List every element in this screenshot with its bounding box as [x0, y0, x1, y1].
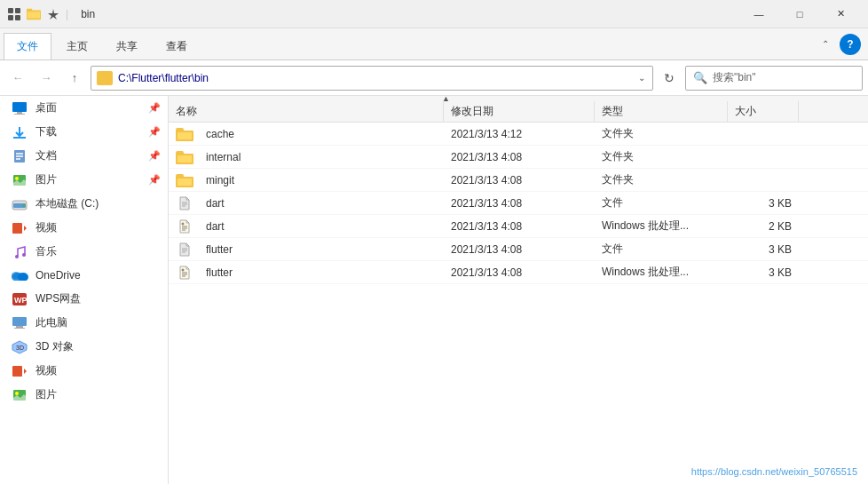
file-date: 2021/3/13 4:08: [444, 261, 595, 283]
address-text: C:\Flutter\flutter\bin: [118, 72, 631, 84]
forward-button[interactable]: →: [34, 66, 59, 91]
back-button[interactable]: ←: [5, 66, 30, 91]
sidebar-pin-doc: 📌: [148, 150, 161, 162]
file-date: 2021/3/13 4:08: [444, 238, 595, 260]
folder-icon: [176, 173, 193, 187]
file-name: dart: [169, 215, 444, 237]
file-name: flutter: [169, 261, 444, 283]
file-type: 文件夹: [595, 169, 728, 191]
svg-text:3D: 3D: [16, 345, 24, 351]
up-button[interactable]: ↑: [62, 66, 87, 91]
batch-icon: [176, 264, 193, 282]
svg-point-23: [15, 255, 19, 258]
ribbon-collapse-button[interactable]: ⌃: [815, 36, 836, 52]
maximize-button[interactable]: □: [779, 0, 820, 28]
table-row[interactable]: flutter 2021/3/13 4:08 Windows 批处理... 3 …: [169, 261, 868, 284]
sort-size[interactable]: 大小: [728, 101, 799, 122]
svg-rect-11: [13, 137, 26, 139]
sidebar-item-video[interactable]: 视频: [0, 216, 168, 240]
wps-icon: WPS: [11, 292, 28, 306]
file-type: 文件: [595, 192, 728, 214]
folder-icon: [176, 127, 193, 141]
svg-rect-5: [27, 9, 32, 12]
svg-rect-31: [16, 326, 23, 328]
table-row[interactable]: mingit 2021/3/13 4:08 文件夹: [169, 169, 868, 192]
minimize-button[interactable]: —: [738, 0, 779, 28]
sidebar-item-download[interactable]: 下载 📌: [0, 120, 168, 144]
address-bar[interactable]: C:\Flutter\flutter\bin ⌄: [91, 66, 653, 91]
svg-rect-32: [14, 328, 25, 329]
tab-file[interactable]: 文件: [4, 33, 51, 60]
refresh-button[interactable]: ↻: [657, 66, 682, 91]
file-date: 2021/3/13 4:08: [444, 215, 595, 237]
sidebar-item-video2[interactable]: 视频: [0, 359, 168, 383]
sidebar-label-video: 视频: [36, 220, 161, 235]
svg-rect-35: [12, 366, 22, 377]
quick-access-icon: [7, 7, 21, 21]
sidebar-item-music[interactable]: 音乐: [0, 240, 168, 264]
sidebar-item-drive[interactable]: 本地磁盘 (C:): [0, 192, 168, 216]
sidebar-item-image2[interactable]: 图片: [0, 383, 168, 407]
3d-icon: 3D: [11, 340, 28, 354]
file-size: 3 KB: [728, 238, 799, 260]
search-icon: 🔍: [693, 71, 707, 84]
close-button[interactable]: ✕: [820, 0, 861, 28]
table-row[interactable]: flutter 2021/3/13 4:08 文件 3 KB: [169, 238, 868, 261]
sidebar-label-onedrive: OneDrive: [36, 269, 161, 282]
video2-icon: [11, 364, 28, 378]
drive-icon: [11, 197, 28, 211]
file-name: flutter: [169, 238, 444, 260]
svg-text:WPS: WPS: [14, 296, 28, 305]
sidebar-pin-desktop: 📌: [148, 102, 161, 114]
sort-date[interactable]: 修改日期: [444, 101, 595, 122]
sidebar-item-doc[interactable]: 文档 📌: [0, 144, 168, 168]
sidebar-item-pc[interactable]: 此电脑: [0, 311, 168, 335]
tab-home[interactable]: 主页: [53, 33, 101, 60]
sidebar-item-desktop[interactable]: 桌面 📌: [0, 96, 168, 120]
tab-share[interactable]: 共享: [103, 33, 151, 60]
tab-view[interactable]: 查看: [153, 33, 201, 60]
sidebar-label-3d: 3D 对象: [36, 339, 161, 354]
video-icon: [11, 221, 28, 235]
sidebar-item-image[interactable]: 图片 📌: [0, 168, 168, 192]
table-row[interactable]: cache 2021/3/13 4:12 文件夹: [169, 123, 868, 146]
sidebar-label-music: 音乐: [36, 244, 161, 259]
table-row[interactable]: dart 2021/3/13 4:08 Windows 批处理... 2 KB: [169, 215, 868, 238]
sort-name[interactable]: 名称: [169, 101, 444, 122]
sidebar-item-3d[interactable]: 3D 3D 对象: [0, 335, 168, 359]
svg-rect-10: [14, 114, 25, 115]
table-row[interactable]: dart 2021/3/13 4:08 文件 3 KB: [169, 192, 868, 215]
window-title: bin: [81, 8, 95, 20]
svg-point-20: [23, 204, 26, 207]
sidebar-pin-image: 📌: [148, 174, 161, 186]
svg-rect-3: [15, 15, 20, 20]
svg-rect-0: [8, 8, 13, 13]
table-row[interactable]: internal 2021/3/13 4:08 文件夹: [169, 146, 868, 169]
file-type: Windows 批处理...: [595, 261, 728, 283]
file-name: internal: [169, 146, 444, 168]
music-icon: [11, 245, 28, 259]
sidebar-label-image: 图片: [36, 172, 141, 187]
file-size: 3 KB: [728, 261, 799, 283]
svg-marker-36: [24, 369, 27, 374]
sort-type[interactable]: 类型: [595, 101, 728, 122]
sidebar-label-pc: 此电脑: [36, 315, 161, 330]
download-icon: [11, 125, 28, 139]
svg-marker-22: [24, 226, 27, 231]
address-dropdown-button[interactable]: ⌄: [636, 71, 647, 84]
file-type: 文件夹: [595, 123, 728, 145]
search-bar[interactable]: 🔍 搜索"bin": [685, 66, 863, 91]
file-size: 3 KB: [728, 192, 799, 214]
svg-marker-7: [48, 9, 59, 20]
search-input[interactable]: 搜索"bin": [713, 70, 855, 85]
help-button[interactable]: ?: [840, 34, 861, 55]
svg-rect-30: [12, 317, 27, 326]
sidebar: 桌面 📌 下载 📌 文档 📌 图片 📌: [0, 96, 169, 484]
file-list: cache 2021/3/13 4:12 文件夹 internal 2021/3…: [169, 123, 868, 284]
svg-rect-9: [17, 112, 22, 114]
sidebar-item-wps[interactable]: WPS WPS网盘: [0, 287, 168, 311]
sidebar-item-onedrive[interactable]: OneDrive: [0, 264, 168, 287]
folder-title-icon: [27, 7, 41, 21]
file-type: 文件夹: [595, 146, 728, 168]
sidebar-pin-download: 📌: [148, 126, 161, 138]
